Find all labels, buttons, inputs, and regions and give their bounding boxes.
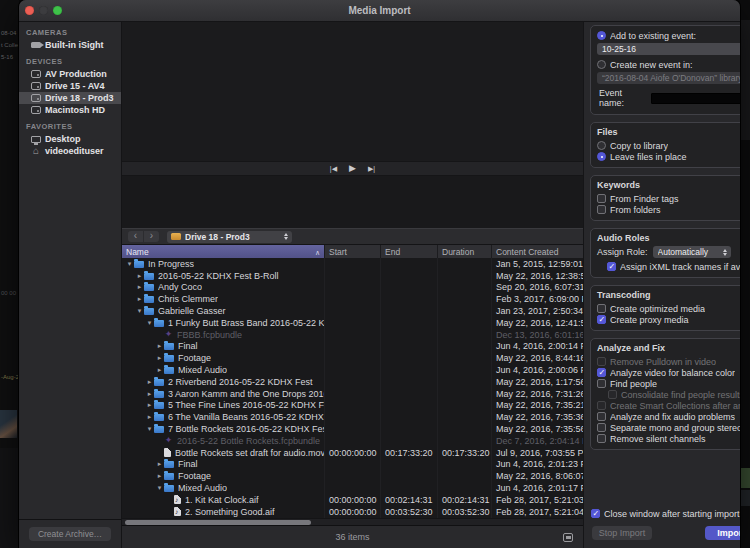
volume-select[interactable]: Drive 18 - Prod3	[167, 231, 292, 243]
assign-role-select[interactable]: Automatically	[653, 246, 731, 258]
sidebar-item-videoedituser[interactable]: videoedituser	[19, 145, 121, 157]
disclosure-triangle-icon[interactable]: ▸	[145, 378, 154, 386]
existing-event-select[interactable]: 10-25-16	[597, 43, 740, 55]
checkbox-icon[interactable]	[597, 412, 606, 421]
checkbox-checked-icon[interactable]	[607, 262, 616, 271]
column-header-duration[interactable]: Duration	[438, 245, 492, 258]
import-all-button[interactable]: Import All	[705, 526, 740, 540]
disclosure-triangle-icon[interactable]: ▸	[155, 472, 164, 480]
file-list-row[interactable]: ▸5 Thee Fine Lines 2016-05-22 KDHX FestM…	[122, 400, 583, 412]
file-list-row[interactable]: ▾Gabrielle GasserJan 23, 2017, 2:50:34 P…	[122, 305, 583, 317]
file-list-row[interactable]: ▸6 The Vanilla Beans 2016-05-22 KDHX Fes…	[122, 411, 583, 423]
skip-forward-icon[interactable]	[368, 165, 375, 172]
checkbox-icon[interactable]	[597, 205, 606, 214]
event-name-input[interactable]	[651, 93, 740, 104]
checkbox-option-separate-mono-and-group-stereo-audio[interactable]: Separate mono and group stereo audio	[597, 422, 740, 433]
sidebar-item-built-in-isight[interactable]: Built-in iSight	[19, 39, 121, 51]
file-list-row[interactable]: 2. Something Good.aif00:00:00:0000:03:52…	[122, 506, 583, 518]
titlebar[interactable]: Media Import	[19, 0, 740, 22]
checkbox-option-from-finder-tags[interactable]: From Finder tags	[597, 193, 740, 204]
scrollbar-thumb[interactable]	[125, 520, 311, 525]
play-icon[interactable]	[349, 164, 356, 173]
close-window-button[interactable]	[25, 6, 34, 15]
file-list-row[interactable]: ▾In ProgressJan 5, 2015, 12:59:01 PM	[122, 258, 583, 270]
radio-selected-icon[interactable]	[597, 152, 606, 161]
checkbox-icon[interactable]	[597, 379, 606, 388]
checkbox-option-analyze-video-for-balance-color[interactable]: Analyze video for balance color	[597, 367, 740, 378]
create-archive-button[interactable]: Create Archive…	[29, 527, 111, 541]
forward-button[interactable]: ›	[144, 231, 159, 242]
checkbox-option-analyze-and-fix-audio-problems[interactable]: Analyze and fix audio problems	[597, 411, 740, 422]
checkbox-option-from-folders[interactable]: From folders	[597, 204, 740, 215]
sidebar-item-desktop[interactable]: Desktop	[19, 133, 121, 145]
sidebar-item-drive-15-av4[interactable]: Drive 15 - AV4	[19, 80, 121, 92]
sidebar-item-drive-18-prod3[interactable]: Drive 18 - Prod3	[19, 92, 121, 104]
clip-view-icon[interactable]	[563, 533, 573, 542]
disclosure-triangle-icon[interactable]: ▸	[155, 354, 164, 362]
file-list-row[interactable]: ▸FootageMay 22, 2016, 8:44:16 PM	[122, 352, 583, 364]
file-list-row[interactable]: ▸Chris ClemmerFeb 3, 2017, 6:09:00 PM	[122, 293, 583, 305]
disclosure-triangle-icon[interactable]: ▸	[155, 460, 164, 468]
checkbox-icon[interactable]	[597, 434, 606, 443]
sidebar-item-macintosh-hd[interactable]: Macintosh HD	[19, 104, 121, 116]
disclosure-triangle-icon[interactable]: ▾	[155, 484, 164, 492]
disclosure-triangle-icon[interactable]: ▸	[135, 283, 144, 291]
file-list-row[interactable]: ▾1 Funky Butt Brass Band 2016-05-22 KDHX…	[122, 317, 583, 329]
file-list-row[interactable]: Bottle Rockets set draft for audio.mov00…	[122, 447, 583, 459]
file-list-row[interactable]: ▸FootageMay 22, 2016, 8:06:07 PM	[122, 470, 583, 482]
checkbox-checked-icon[interactable]	[591, 509, 600, 518]
checkbox-option-remove-silent-channels[interactable]: Remove silent channels	[597, 433, 740, 444]
column-header-start[interactable]: Start	[325, 245, 381, 258]
create-new-event-option[interactable]: Create new event in:	[597, 59, 740, 70]
file-list-row[interactable]: ▸2016-05-22 KDHX Fest B-RollMay 22, 2016…	[122, 270, 583, 282]
checkbox-option-create-proxy-media[interactable]: Create proxy media	[597, 314, 740, 325]
column-header-name[interactable]: Name	[122, 245, 325, 258]
file-list-row[interactable]: FBBB.fcpbundleDec 13, 2016, 6:01:16 PM	[122, 329, 583, 341]
disclosure-triangle-icon[interactable]: ▾	[125, 260, 134, 268]
disclosure-triangle-icon[interactable]: ▸	[135, 272, 144, 280]
checkbox-checked-icon[interactable]	[597, 315, 606, 324]
file-list-row[interactable]: ▸Andy CocoSep 20, 2016, 6:07:31 PM	[122, 282, 583, 294]
file-list-row[interactable]: ▸FinalJun 4, 2016, 2:01:23 PM	[122, 459, 583, 471]
column-header-end[interactable]: End	[381, 245, 438, 258]
close-window-checkbox-row[interactable]: Close window after starting import	[591, 508, 740, 519]
disclosure-triangle-icon[interactable]: ▸	[155, 342, 164, 350]
checkbox-option-create-optimized-media[interactable]: Create optimized media	[597, 303, 740, 314]
horizontal-scrollbar[interactable]	[122, 518, 583, 525]
back-button[interactable]: ‹	[128, 231, 143, 242]
radio-selected-icon[interactable]	[597, 31, 606, 40]
column-header-content-created[interactable]: Content Created	[492, 245, 583, 258]
disclosure-triangle-icon[interactable]: ▸	[155, 366, 164, 374]
file-list-row[interactable]: ▸3 Aaron Kamm and the One Drops 2016-05-…	[122, 388, 583, 400]
file-list-row[interactable]: 2016-5-22 Bottle Rockets.fcpbundleDec 7,…	[122, 435, 583, 447]
file-list-row[interactable]: ▸2 Riverbend 2016-05-22 KDHX FestMay 22,…	[122, 376, 583, 388]
disclosure-triangle-icon[interactable]: ▾	[145, 425, 154, 433]
checkbox-icon[interactable]	[597, 423, 606, 432]
disclosure-triangle-icon[interactable]: ▾	[135, 307, 144, 315]
file-list-row[interactable]: ▾7 Bottle Rockets 2016-05-22 KDHX FestMa…	[122, 423, 583, 435]
disclosure-triangle-icon[interactable]: ▸	[145, 413, 154, 421]
assign-ixml-checkbox-row[interactable]: Assign iXML track names if available	[597, 261, 740, 272]
disclosure-triangle-icon[interactable]: ▸	[135, 295, 144, 303]
folder-icon	[164, 355, 174, 362]
radio-option-copy-to-library[interactable]: Copy to library	[597, 140, 740, 151]
disclosure-triangle-icon[interactable]: ▾	[145, 319, 154, 327]
sidebar-item-av-production[interactable]: AV Production	[19, 68, 121, 80]
file-list-row[interactable]: ▸Mixed AudioJun 4, 2016, 2:00:06 PM	[122, 364, 583, 376]
checkbox-option-find-people[interactable]: Find people	[597, 378, 740, 389]
checkbox-icon[interactable]	[597, 194, 606, 203]
zoom-window-button[interactable]	[53, 6, 62, 15]
disclosure-triangle-icon[interactable]: ▸	[145, 401, 154, 409]
skip-back-icon[interactable]	[330, 165, 337, 172]
disclosure-triangle-icon[interactable]: ▸	[145, 390, 154, 398]
radio-icon[interactable]	[597, 60, 606, 69]
file-list-row[interactable]: ▾Mixed AudioJun 4, 2016, 2:01:17 PM	[122, 482, 583, 494]
checkbox-icon[interactable]	[597, 304, 606, 313]
radio-option-leave-files-in-place[interactable]: Leave files in place	[597, 151, 740, 162]
radio-icon[interactable]	[597, 141, 606, 150]
add-to-existing-event-option[interactable]: Add to existing event:	[597, 30, 740, 41]
file-list-row[interactable]: ▸FinalJun 4, 2016, 2:00:14 PM	[122, 341, 583, 353]
checkbox-checked-icon[interactable]	[597, 368, 606, 377]
checkbox-icon	[597, 401, 606, 410]
file-list-row[interactable]: 1. Kit Kat Clock.aif00:00:00:0000:02:14:…	[122, 494, 583, 506]
